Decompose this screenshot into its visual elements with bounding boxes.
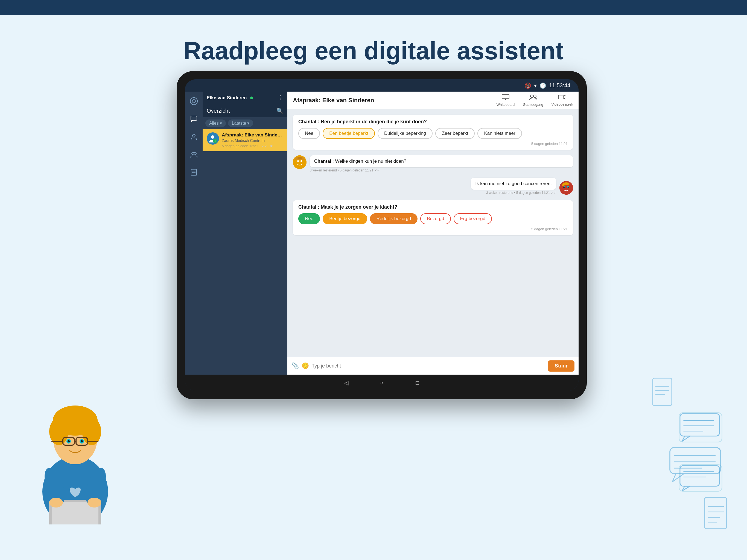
- chat-header-actions: Whiteboard: [496, 94, 573, 107]
- chat-item-time: 5 dagen geleden 12:21 ✓✓ ★: [222, 144, 283, 148]
- android-bottom-bar: ◁ ○ □: [185, 375, 578, 391]
- deco-speech-bottom-right: [669, 447, 724, 483]
- svg-point-14: [192, 100, 196, 103]
- app-username: Elke van Sinderen: [207, 95, 247, 101]
- svg-point-63: [87, 498, 101, 508]
- svg-rect-42: [568, 187, 569, 188]
- more-options-icon[interactable]: ⋮: [277, 94, 283, 101]
- message-options-1: Nee Een beetje beperkt Duidelijke beperk…: [298, 128, 568, 139]
- message-block-1: Chantal : Ben je beperkt in de dingen di…: [293, 115, 573, 150]
- svg-marker-5: [682, 436, 690, 441]
- messages-area: Chantal : Ben je beperkt in de dingen di…: [287, 109, 578, 357]
- guests-icon: [529, 94, 537, 102]
- message-options-4: Nee Beetje bezorgd Redelijk bezorgd Bezo…: [298, 213, 568, 224]
- online-dot: [250, 97, 253, 99]
- svg-rect-41: [563, 187, 565, 188]
- message-block-4: Chantal : Maak je je zorgen over je klac…: [293, 200, 573, 235]
- sidebar-logo-icon[interactable]: [188, 96, 199, 107]
- option-nee-1[interactable]: Nee: [298, 128, 320, 139]
- svg-point-17: [192, 134, 195, 137]
- whiteboard-icon: [502, 94, 509, 102]
- character-avatar: [27, 360, 123, 525]
- svg-marker-10: [682, 486, 690, 491]
- whiteboard-action[interactable]: Whiteboard: [496, 94, 515, 107]
- message-sender-1: Chantal : Ben je beperkt in de dingen di…: [298, 119, 568, 125]
- sidebar-person-icon[interactable]: [188, 131, 199, 142]
- bot-avatar-2: [293, 155, 307, 169]
- chat-item-subtitle: Zaurus Medisch Centrum: [222, 138, 283, 143]
- emoji-icon[interactable]: 😊: [302, 362, 309, 370]
- svg-point-56: [68, 440, 70, 442]
- top-bar: [0, 0, 747, 15]
- sidebar-chat-icon[interactable]: [188, 113, 199, 124]
- svg-rect-69: [705, 498, 726, 529]
- option-bezorgd[interactable]: Bezorgd: [420, 213, 450, 224]
- chat-header-title: Afspraak: Elke van Sinderen: [293, 97, 374, 104]
- sidebar-group-icon[interactable]: [188, 149, 199, 160]
- video-call-action[interactable]: Videogesprek: [551, 94, 573, 106]
- option-beetje-bezorgd[interactable]: Beetje bezorgd: [323, 213, 367, 224]
- input-area: 📎 😊 Stuur: [287, 357, 578, 375]
- svg-point-36: [301, 160, 302, 162]
- chat-list-item[interactable]: + Afspraak: Elke van Sinderen Zaurus Med…: [203, 129, 287, 151]
- filter-all-btn[interactable]: Alles ▾: [205, 120, 226, 127]
- svg-point-62: [49, 498, 63, 508]
- android-back-btn[interactable]: ◁: [342, 379, 350, 387]
- chat-list-title: Overzicht: [207, 108, 230, 114]
- option-nee-4[interactable]: Nee: [298, 213, 320, 224]
- chat-item-avatar: +: [207, 132, 219, 145]
- sidebar-notes-icon[interactable]: [188, 167, 199, 178]
- message-block-3: Ik kan me niet zo goed concentreren. 3 w…: [293, 178, 573, 195]
- filter-latest-btn[interactable]: Laatste ▾: [228, 120, 253, 127]
- option-niets[interactable]: Kan niets meer: [478, 128, 522, 139]
- whiteboard-label: Whiteboard: [496, 103, 515, 107]
- svg-rect-0: [653, 378, 672, 406]
- svg-point-37: [298, 157, 302, 159]
- option-erg-bezorgd[interactable]: Erg bezorgd: [454, 213, 492, 224]
- chat-header: Afspraak: Elke van Sinderen: [287, 92, 578, 109]
- tablet-wrapper: 📵 ▾ 🕐 11:53:44: [177, 71, 587, 399]
- svg-point-35: [297, 160, 299, 162]
- svg-rect-20: [191, 169, 197, 175]
- send-button[interactable]: Stuur: [548, 360, 574, 372]
- guest-access-action[interactable]: Gasttoegang: [523, 94, 543, 107]
- page-heading: Raadpleeg een digitale assistent: [0, 37, 747, 65]
- search-icon[interactable]: 🔍: [277, 107, 283, 114]
- guest-access-label: Gasttoegang: [523, 103, 543, 107]
- status-icon-phone: 📵: [524, 82, 531, 89]
- svg-point-24: [211, 135, 214, 138]
- android-recents-btn[interactable]: □: [413, 379, 421, 387]
- main-chat: Afspraak: Elke van Sinderen: [287, 92, 578, 375]
- svg-rect-4: [680, 414, 719, 436]
- option-duidelijk[interactable]: Duidelijke beperking: [378, 128, 433, 139]
- svg-rect-15: [191, 116, 197, 120]
- svg-rect-27: [502, 94, 509, 99]
- option-zeer[interactable]: Zeer beperkt: [435, 128, 475, 139]
- svg-point-57: [81, 440, 83, 442]
- attachment-icon[interactable]: 📎: [291, 362, 299, 370]
- user-avatar-3: [560, 181, 573, 195]
- video-icon: [558, 94, 566, 101]
- svg-point-19: [194, 152, 196, 154]
- message-block-2: Chantal : Welke dingen kun je nu niet do…: [293, 155, 573, 172]
- svg-point-31: [534, 95, 536, 98]
- tablet-inner: 📵 ▾ 🕐 11:53:44: [185, 79, 578, 391]
- video-call-label: Videogesprek: [551, 102, 573, 106]
- chat-item-title: Afspraak: Elke van Sinderen: [222, 132, 283, 138]
- option-beetje[interactable]: Een beetje beperkt: [323, 128, 375, 139]
- tablet-outer: 📵 ▾ 🕐 11:53:44: [177, 71, 587, 399]
- svg-rect-64: [670, 448, 720, 474]
- user-bubble-3: Ik kan me niet zo goed concentreren.: [471, 178, 556, 190]
- chat-filter-bar: Alles ▾ Laatste ▾: [203, 117, 287, 129]
- status-icons: 📵 ▾ 🕐 11:53:44: [524, 82, 570, 89]
- sidebar: [185, 92, 203, 375]
- svg-marker-65: [672, 474, 684, 482]
- app-area: Elke van Sinderen ⋮ Overzicht 🔍 Alles: [185, 92, 578, 375]
- option-redelijk-bezorgd[interactable]: Redelijk bezorgd: [370, 213, 418, 224]
- message-input[interactable]: [312, 363, 545, 369]
- android-home-btn[interactable]: ○: [378, 379, 386, 387]
- svg-text:+: +: [214, 139, 216, 143]
- user-timestamp-3: 3 weken resterend • 5 dagen geleden 11:2…: [486, 191, 556, 195]
- svg-marker-16: [191, 120, 194, 122]
- chat-list-panel: Elke van Sinderen ⋮ Overzicht 🔍 Alles: [203, 92, 287, 375]
